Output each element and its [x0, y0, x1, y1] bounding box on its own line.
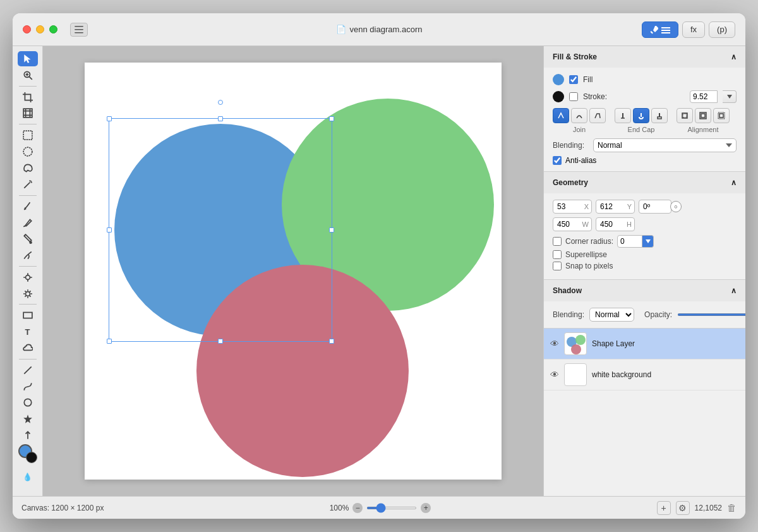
geom-xy-row: X Y ○ — [553, 200, 737, 214]
magic-wand-tool[interactable] — [18, 177, 38, 192]
fx-button[interactable]: fx — [682, 21, 705, 38]
stroke-value-input[interactable] — [690, 90, 718, 103]
delete-layer-button[interactable]: 🗑 — [727, 502, 737, 513]
bezier-tool[interactable] — [18, 379, 38, 394]
superellipse-checkbox[interactable] — [553, 250, 562, 259]
oval-shape-tool[interactable] — [18, 395, 38, 410]
endcap-label: End Cap — [628, 126, 655, 133]
zoom-out-button[interactable]: − — [352, 503, 363, 513]
eyedropper-tool[interactable]: 💧 — [18, 468, 38, 486]
shadow-blending-row: Blending: Normal Multiply Opacity: 100% — [553, 308, 737, 322]
svg-point-17 — [23, 147, 32, 156]
fill-checkbox[interactable] — [569, 75, 578, 84]
close-button[interactable] — [23, 25, 31, 33]
join-endcap-row: Join — [553, 108, 737, 133]
fill-stroke-collapse[interactable]: ∧ — [731, 52, 737, 61]
stroke-color-swatch[interactable] — [553, 91, 564, 102]
join-bevel-btn[interactable] — [589, 108, 606, 123]
lasso-tool[interactable] — [18, 160, 38, 176]
background-color[interactable] — [26, 452, 37, 463]
vector-pen-tool[interactable] — [18, 215, 38, 230]
svg-rect-51 — [683, 114, 687, 118]
svg-rect-4 — [661, 30, 670, 31]
shadow-header: Shadow ∧ — [544, 280, 745, 301]
zoom-level-label: 100% — [330, 504, 349, 512]
align-center-btn[interactable] — [695, 108, 711, 123]
paint-bucket-tool[interactable] — [18, 231, 38, 246]
endcap-group: End Cap — [615, 108, 668, 133]
svg-marker-37 — [23, 414, 32, 423]
crop-tool[interactable] — [18, 90, 38, 105]
canvas-area[interactable] — [43, 46, 543, 496]
settings-button[interactable]: ⚙ — [676, 501, 690, 515]
opacity-slider[interactable] — [677, 313, 745, 316]
fill-stroke-section: Fill & Stroke ∧ Fill Stroke: — [544, 46, 745, 172]
brightness-tool[interactable] — [18, 286, 38, 301]
align-inside-btn[interactable] — [677, 108, 693, 123]
bottom-bar: Canvas: 1200 × 1200 px 100% − + + ⚙ 12,1… — [13, 496, 745, 519]
minimize-button[interactable] — [36, 25, 44, 33]
stroke-row: Stroke: — [553, 90, 737, 103]
layer-eye-background[interactable]: 👁 — [550, 370, 559, 380]
shadow-blending-select[interactable]: Normal Multiply — [589, 308, 634, 322]
endcap-butt-btn[interactable] — [615, 108, 631, 123]
select-tool[interactable] — [18, 51, 38, 66]
transform-tool[interactable] — [18, 106, 38, 121]
corner-radius-dropdown[interactable] — [642, 235, 654, 248]
ellipse-select-tool[interactable] — [18, 144, 38, 159]
shadow-collapse[interactable]: ∧ — [731, 286, 737, 295]
sidebar-toggle-button[interactable] — [70, 23, 88, 37]
arrow-tool[interactable] — [18, 428, 38, 443]
align-outside-btn[interactable] — [713, 108, 730, 123]
cloud-tool[interactable] — [18, 341, 38, 356]
zoom-in-button[interactable]: + — [421, 503, 431, 513]
star-tool[interactable] — [18, 411, 38, 426]
layer-row-background[interactable]: 👁 white background — [544, 360, 745, 390]
smudge-tool[interactable] — [18, 248, 38, 263]
rect-select-tool[interactable] — [18, 128, 38, 143]
layer-name-background: white background — [592, 370, 739, 379]
zoom-tool[interactable] — [18, 68, 38, 83]
p-button[interactable]: (p) — [709, 21, 735, 38]
corner-radius-input[interactable] — [617, 235, 642, 248]
maximize-button[interactable] — [49, 25, 57, 33]
stroke-dropdown[interactable] — [723, 90, 737, 103]
zoom-area: 100% − + — [330, 503, 431, 513]
text-tool[interactable]: T — [18, 324, 38, 339]
endcap-round-btn[interactable] — [633, 108, 649, 123]
layer-thumb-shape — [564, 332, 587, 355]
blending-select[interactable]: Normal Multiply Screen — [593, 138, 737, 152]
join-miter-btn[interactable] — [553, 108, 569, 123]
blending-row: Blending: Normal Multiply Screen — [553, 138, 737, 152]
window-title: venn diagram.acorn — [350, 25, 423, 34]
titlebar-right-buttons: fx (p) — [642, 21, 735, 38]
corner-radius-checkbox[interactable] — [553, 237, 562, 246]
layer-row-shape[interactable]: 👁 Shape Layer — [544, 329, 745, 360]
add-layer-button[interactable]: + — [657, 501, 671, 515]
stroke-checkbox[interactable] — [569, 92, 578, 101]
join-round-btn[interactable] — [571, 108, 587, 123]
svg-point-24 — [25, 275, 30, 279]
svg-line-22 — [23, 226, 25, 227]
layer-eye-shape[interactable]: 👁 — [550, 339, 559, 349]
endcap-square-btn[interactable] — [651, 108, 668, 123]
svg-rect-49 — [658, 117, 661, 119]
tool-options-button[interactable] — [642, 21, 678, 38]
rect-shape-tool[interactable] — [18, 308, 38, 323]
angle-input[interactable] — [639, 200, 671, 214]
line-tool[interactable] — [18, 363, 38, 378]
snap-checkbox[interactable] — [553, 262, 562, 270]
svg-marker-44 — [727, 95, 732, 99]
color-tool[interactable]: ◑ — [13, 468, 16, 486]
layer-thumb-background — [564, 363, 587, 386]
angle-button[interactable]: ○ — [670, 201, 682, 212]
dodge-burn-tool[interactable] — [18, 270, 38, 285]
y-input-wrap: Y — [596, 200, 635, 214]
zoom-slider[interactable] — [366, 507, 417, 509]
shadow-content: Blending: Normal Multiply Opacity: 100% — [544, 301, 745, 328]
brush-tool[interactable] — [18, 198, 38, 214]
canvas[interactable] — [85, 63, 502, 480]
geometry-collapse[interactable]: ∧ — [731, 178, 737, 187]
anti-alias-checkbox[interactable] — [553, 156, 562, 165]
fill-color-swatch[interactable] — [553, 74, 564, 85]
